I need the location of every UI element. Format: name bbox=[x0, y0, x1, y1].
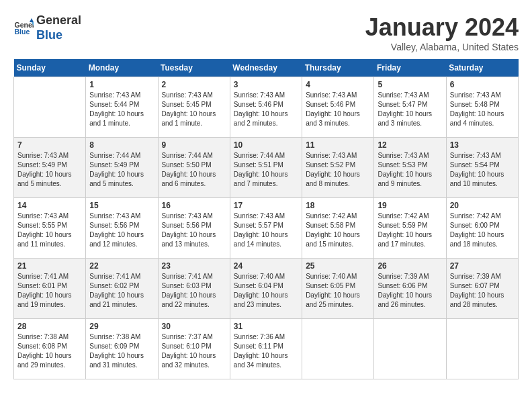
calendar-cell: 8Sunrise: 7:44 AM Sunset: 5:49 PM Daylig… bbox=[86, 138, 158, 198]
day-number: 19 bbox=[378, 201, 442, 210]
logo: General Blue General Blue bbox=[13, 13, 81, 42]
day-number: 9 bbox=[162, 140, 226, 150]
calendar-week-4: 21Sunrise: 7:41 AM Sunset: 6:01 PM Dayli… bbox=[14, 259, 519, 319]
calendar-cell: 25Sunrise: 7:40 AM Sunset: 6:05 PM Dayli… bbox=[302, 259, 374, 319]
day-info: Sunrise: 7:43 AM Sunset: 5:46 PM Dayligh… bbox=[234, 91, 298, 128]
svg-text:Blue: Blue bbox=[15, 28, 30, 36]
weekday-header-sunday: Sunday bbox=[14, 59, 86, 77]
day-number: 1 bbox=[89, 80, 154, 89]
logo-text: General Blue bbox=[36, 13, 81, 42]
day-number: 2 bbox=[162, 80, 226, 89]
day-info: Sunrise: 7:37 AM Sunset: 6:10 PM Dayligh… bbox=[162, 332, 226, 370]
calendar-cell: 21Sunrise: 7:41 AM Sunset: 6:01 PM Dayli… bbox=[14, 259, 86, 319]
day-number: 5 bbox=[378, 80, 442, 89]
calendar-cell: 9Sunrise: 7:44 AM Sunset: 5:50 PM Daylig… bbox=[158, 138, 230, 198]
calendar-cell: 1Sunrise: 7:43 AM Sunset: 5:44 PM Daylig… bbox=[86, 77, 158, 138]
day-number: 20 bbox=[450, 201, 515, 210]
day-info: Sunrise: 7:40 AM Sunset: 6:04 PM Dayligh… bbox=[234, 272, 298, 310]
calendar-cell: 7Sunrise: 7:43 AM Sunset: 5:49 PM Daylig… bbox=[14, 138, 86, 198]
calendar-cell: 29Sunrise: 7:38 AM Sunset: 6:09 PM Dayli… bbox=[86, 319, 158, 379]
calendar-cell: 5Sunrise: 7:43 AM Sunset: 5:47 PM Daylig… bbox=[374, 77, 446, 138]
calendar-cell: 11Sunrise: 7:43 AM Sunset: 5:52 PM Dayli… bbox=[302, 138, 374, 198]
logo-icon: General Blue bbox=[13, 18, 34, 38]
calendar-cell: 4Sunrise: 7:43 AM Sunset: 5:46 PM Daylig… bbox=[302, 77, 374, 138]
calendar-cell bbox=[14, 77, 86, 138]
day-number: 3 bbox=[234, 80, 298, 89]
calendar-cell: 13Sunrise: 7:43 AM Sunset: 5:54 PM Dayli… bbox=[446, 138, 518, 198]
day-number: 30 bbox=[162, 322, 226, 331]
day-info: Sunrise: 7:38 AM Sunset: 6:08 PM Dayligh… bbox=[17, 332, 82, 370]
day-info: Sunrise: 7:43 AM Sunset: 5:54 PM Dayligh… bbox=[450, 151, 515, 189]
calendar-cell: 22Sunrise: 7:41 AM Sunset: 6:02 PM Dayli… bbox=[86, 259, 158, 319]
day-info: Sunrise: 7:41 AM Sunset: 6:03 PM Dayligh… bbox=[162, 272, 226, 310]
calendar-cell: 14Sunrise: 7:43 AM Sunset: 5:55 PM Dayli… bbox=[14, 198, 86, 259]
day-number: 13 bbox=[450, 140, 515, 150]
weekday-header-saturday: Saturday bbox=[446, 59, 518, 77]
day-info: Sunrise: 7:42 AM Sunset: 5:59 PM Dayligh… bbox=[378, 212, 442, 249]
day-info: Sunrise: 7:38 AM Sunset: 6:09 PM Dayligh… bbox=[89, 332, 154, 370]
calendar-cell: 26Sunrise: 7:39 AM Sunset: 6:06 PM Dayli… bbox=[374, 259, 446, 319]
day-info: Sunrise: 7:43 AM Sunset: 5:45 PM Dayligh… bbox=[162, 91, 226, 128]
day-info: Sunrise: 7:41 AM Sunset: 6:01 PM Dayligh… bbox=[17, 272, 82, 310]
day-info: Sunrise: 7:43 AM Sunset: 5:55 PM Dayligh… bbox=[17, 212, 82, 249]
calendar-cell: 30Sunrise: 7:37 AM Sunset: 6:10 PM Dayli… bbox=[158, 319, 230, 379]
weekday-header-wednesday: Wednesday bbox=[230, 59, 302, 77]
day-number: 11 bbox=[306, 140, 370, 150]
day-number: 25 bbox=[306, 261, 370, 271]
calendar-week-1: 1Sunrise: 7:43 AM Sunset: 5:44 PM Daylig… bbox=[14, 77, 519, 138]
weekday-header-tuesday: Tuesday bbox=[158, 59, 230, 77]
calendar-week-3: 14Sunrise: 7:43 AM Sunset: 5:55 PM Dayli… bbox=[14, 198, 519, 259]
day-number: 6 bbox=[450, 80, 515, 89]
calendar-cell: 3Sunrise: 7:43 AM Sunset: 5:46 PM Daylig… bbox=[230, 77, 302, 138]
day-number: 16 bbox=[162, 201, 226, 210]
title-area: January 2024 Valley, Alabama, United Sta… bbox=[365, 13, 519, 52]
day-number: 31 bbox=[234, 322, 298, 331]
day-number: 8 bbox=[89, 140, 154, 150]
day-info: Sunrise: 7:43 AM Sunset: 5:57 PM Dayligh… bbox=[234, 212, 298, 249]
day-info: Sunrise: 7:41 AM Sunset: 6:02 PM Dayligh… bbox=[89, 272, 154, 310]
day-info: Sunrise: 7:44 AM Sunset: 5:49 PM Dayligh… bbox=[89, 151, 154, 189]
day-info: Sunrise: 7:43 AM Sunset: 5:53 PM Dayligh… bbox=[378, 151, 442, 189]
day-info: Sunrise: 7:42 AM Sunset: 5:58 PM Dayligh… bbox=[306, 212, 370, 249]
day-info: Sunrise: 7:43 AM Sunset: 5:56 PM Dayligh… bbox=[89, 212, 154, 249]
day-number: 4 bbox=[306, 80, 370, 89]
calendar-cell: 24Sunrise: 7:40 AM Sunset: 6:04 PM Dayli… bbox=[230, 259, 302, 319]
weekday-header-thursday: Thursday bbox=[302, 59, 374, 77]
day-info: Sunrise: 7:40 AM Sunset: 6:05 PM Dayligh… bbox=[306, 272, 370, 310]
day-info: Sunrise: 7:39 AM Sunset: 6:06 PM Dayligh… bbox=[378, 272, 442, 310]
calendar-cell: 12Sunrise: 7:43 AM Sunset: 5:53 PM Dayli… bbox=[374, 138, 446, 198]
day-number: 29 bbox=[89, 322, 154, 331]
day-info: Sunrise: 7:42 AM Sunset: 6:00 PM Dayligh… bbox=[450, 212, 515, 249]
location: Valley, Alabama, United States bbox=[365, 42, 519, 52]
calendar-cell: 27Sunrise: 7:39 AM Sunset: 6:07 PM Dayli… bbox=[446, 259, 518, 319]
day-number: 22 bbox=[89, 261, 154, 271]
day-info: Sunrise: 7:39 AM Sunset: 6:07 PM Dayligh… bbox=[450, 272, 515, 310]
day-number: 7 bbox=[17, 140, 82, 150]
calendar-cell: 18Sunrise: 7:42 AM Sunset: 5:58 PM Dayli… bbox=[302, 198, 374, 259]
day-number: 28 bbox=[17, 322, 82, 331]
calendar-cell: 10Sunrise: 7:44 AM Sunset: 5:51 PM Dayli… bbox=[230, 138, 302, 198]
calendar-cell: 20Sunrise: 7:42 AM Sunset: 6:00 PM Dayli… bbox=[446, 198, 518, 259]
day-info: Sunrise: 7:43 AM Sunset: 5:48 PM Dayligh… bbox=[450, 91, 515, 128]
month-title: January 2024 bbox=[365, 13, 519, 42]
day-info: Sunrise: 7:44 AM Sunset: 5:50 PM Dayligh… bbox=[162, 151, 226, 189]
calendar-cell bbox=[374, 319, 446, 379]
day-number: 23 bbox=[162, 261, 226, 271]
calendar-cell bbox=[446, 319, 518, 379]
day-info: Sunrise: 7:43 AM Sunset: 5:49 PM Dayligh… bbox=[17, 151, 82, 189]
day-info: Sunrise: 7:43 AM Sunset: 5:56 PM Dayligh… bbox=[162, 212, 226, 249]
calendar-cell: 16Sunrise: 7:43 AM Sunset: 5:56 PM Dayli… bbox=[158, 198, 230, 259]
weekday-header-friday: Friday bbox=[374, 59, 446, 77]
day-number: 27 bbox=[450, 261, 515, 271]
day-number: 18 bbox=[306, 201, 370, 210]
day-info: Sunrise: 7:43 AM Sunset: 5:47 PM Dayligh… bbox=[378, 91, 442, 128]
day-number: 17 bbox=[234, 201, 298, 210]
calendar-cell: 15Sunrise: 7:43 AM Sunset: 5:56 PM Dayli… bbox=[86, 198, 158, 259]
weekday-header-row: SundayMondayTuesdayWednesdayThursdayFrid… bbox=[14, 59, 519, 77]
calendar-cell: 23Sunrise: 7:41 AM Sunset: 6:03 PM Dayli… bbox=[158, 259, 230, 319]
day-number: 10 bbox=[234, 140, 298, 150]
calendar-cell bbox=[302, 319, 374, 379]
day-info: Sunrise: 7:36 AM Sunset: 6:11 PM Dayligh… bbox=[234, 332, 298, 370]
weekday-header-monday: Monday bbox=[86, 59, 158, 77]
calendar-body: 1Sunrise: 7:43 AM Sunset: 5:44 PM Daylig… bbox=[14, 77, 519, 379]
